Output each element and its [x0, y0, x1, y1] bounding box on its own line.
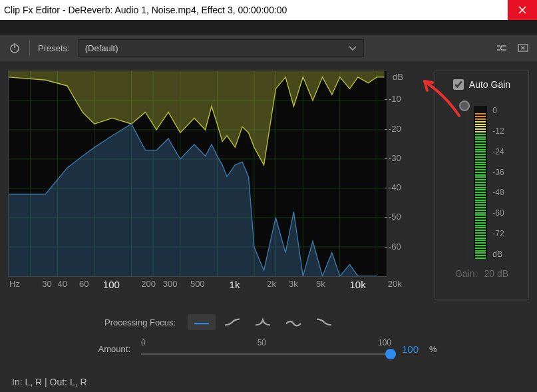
meter-scale: 0-12-24-36-48-60-72dB — [492, 106, 504, 259]
x-axis-unit: Hz — [8, 279, 25, 289]
trash-icon[interactable] — [517, 42, 529, 54]
focus-flat-button[interactable] — [188, 314, 216, 330]
processing-focus-label: Processing Focus: — [83, 317, 176, 327]
slider-thumb[interactable] — [459, 100, 470, 111]
amount-unit: % — [429, 344, 437, 354]
y-axis: dB -10-20-30-40-50-60 — [387, 71, 414, 277]
gain-slider[interactable] — [459, 106, 468, 259]
toolbar: Presets: (Default) — [0, 35, 537, 61]
window-titlebar: Clip Fx Editor - DeReverb: Audio 1, Nois… — [0, 0, 537, 20]
amount-slider[interactable]: 050100 — [141, 341, 391, 357]
power-icon[interactable] — [8, 41, 21, 55]
processing-focus-buttons — [188, 314, 338, 330]
amount-label: Amount: — [83, 344, 130, 354]
preset-dropdown[interactable]: (Default) — [78, 39, 364, 57]
focus-bell-narrow-button[interactable] — [249, 314, 277, 330]
presets-label: Presets: — [38, 43, 70, 53]
routing-icon[interactable] — [496, 42, 508, 54]
window-title: Clip Fx Editor - DeReverb: Audio 1, Nois… — [4, 5, 287, 15]
level-meter — [474, 106, 487, 259]
focus-low-shelf-button[interactable] — [218, 314, 246, 330]
gain-readout: Gain: 20 dB — [455, 268, 508, 279]
auto-gain-checkbox[interactable]: Auto Gain — [453, 79, 510, 90]
slider-thumb[interactable] — [385, 349, 396, 359]
separator — [29, 41, 30, 55]
window-close-button[interactable] — [508, 0, 537, 20]
chart-area[interactable] — [8, 71, 387, 277]
y-axis-unit: dB — [393, 72, 403, 82]
preset-value: (Default) — [85, 43, 118, 53]
spectrum-chart: dB -10-20-30-40-50-60 Hz 304060100200300… — [8, 71, 428, 299]
focus-bell-wide-button[interactable] — [279, 314, 307, 330]
io-info: In: L, R | Out: L, R — [0, 366, 537, 387]
auto-gain-label: Auto Gain — [469, 79, 510, 90]
gain-panel: Auto Gain 0-12-24-36-48-60-72dB Gain: 20… — [435, 71, 529, 299]
amount-value: 100 — [402, 343, 419, 355]
x-axis: Hz 3040601002003005001k2k3k5k10k20k — [8, 277, 428, 299]
chevron-down-icon — [349, 43, 357, 53]
focus-high-shelf-button[interactable] — [310, 314, 338, 330]
